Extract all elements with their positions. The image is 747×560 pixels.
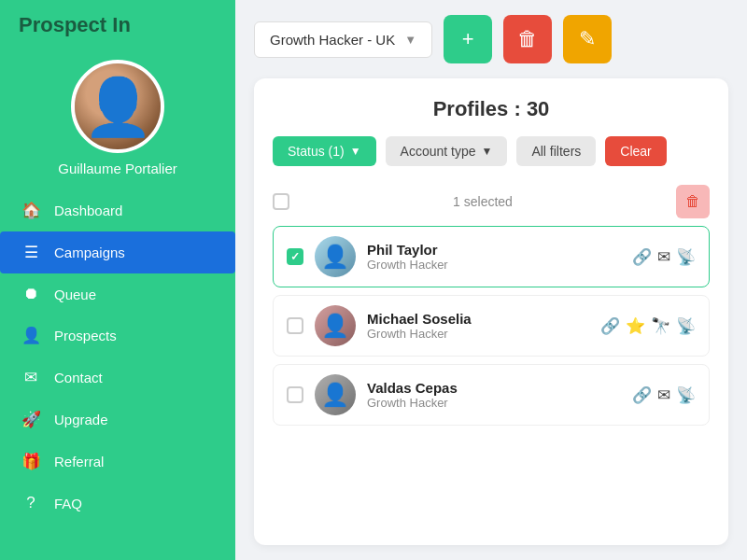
- sidebar-item-label: Queue: [54, 287, 96, 302]
- home-icon: 🏠: [21, 201, 41, 220]
- sidebar-item-label: FAQ: [54, 496, 82, 511]
- avatar: [71, 60, 164, 153]
- pencil-icon: ✎: [579, 27, 596, 51]
- delete-selected-button[interactable]: 🗑: [676, 185, 710, 218]
- link-icon[interactable]: 🔗: [600, 316, 620, 336]
- prospect-list: 👤 Phil Taylor Growth Hacker 🔗 ✉ 📡 👤 Mich…: [273, 226, 710, 526]
- sidebar-item-referral[interactable]: 🎁 Referral: [0, 441, 235, 483]
- rss-icon[interactable]: 📡: [676, 385, 696, 405]
- topbar: Growth Hacker - UK ▼ + 🗑 ✎: [254, 15, 728, 63]
- prospect-actions: 🔗 ⭐ 🔭 📡: [600, 316, 696, 336]
- all-filters-label: All filters: [531, 144, 581, 159]
- clear-button[interactable]: Clear: [605, 136, 666, 166]
- avatar: 👤: [315, 374, 356, 415]
- sidebar-item-label: Referral: [54, 454, 104, 469]
- prospect-role: Growth Hacker: [367, 258, 621, 272]
- prospect-actions: 🔗 ✉ 📡: [632, 385, 696, 405]
- upgrade-icon: 🚀: [21, 410, 41, 429]
- sidebar-logo: Prospect In: [0, 0, 235, 50]
- status-filter-button[interactable]: Status (1) ▼: [273, 136, 376, 166]
- chevron-down-icon: ▼: [404, 33, 416, 47]
- prospect-checkbox[interactable]: [287, 248, 303, 265]
- sidebar: Prospect In Guillaume Portalier 🏠 Dashbo…: [0, 0, 235, 560]
- faq-icon: ?: [21, 494, 41, 512]
- chevron-down-icon: ▼: [350, 145, 361, 158]
- avatar: 👤: [315, 236, 356, 277]
- campaign-select[interactable]: Growth Hacker - UK ▼: [254, 21, 432, 58]
- chevron-down-icon: ▼: [482, 145, 493, 158]
- sidebar-item-contact[interactable]: ✉ Contact: [0, 357, 235, 399]
- sidebar-item-campaigns[interactable]: ☰ Campaigns: [0, 231, 235, 273]
- content-card: Profiles : 30 Status (1) ▼ Account type …: [254, 78, 728, 545]
- logo-highlight: In: [112, 13, 131, 36]
- prospect-role: Growth Hacker: [367, 327, 589, 341]
- sidebar-item-dashboard[interactable]: 🏠 Dashboard: [0, 189, 235, 231]
- star-icon[interactable]: ⭐: [626, 316, 645, 336]
- sidebar-item-label: Prospects: [54, 328, 117, 343]
- referral-icon: 🎁: [21, 452, 41, 471]
- table-row: 👤 Michael Soselia Growth Hacker 🔗 ⭐ 🔭 📡: [273, 295, 710, 357]
- prospect-info: Michael Soselia Growth Hacker: [367, 311, 589, 341]
- edit-button[interactable]: ✎: [563, 15, 612, 63]
- logo-text: Prospect: [19, 13, 112, 36]
- email-icon[interactable]: ✉: [657, 385, 670, 405]
- prospect-name: Valdas Cepas: [367, 380, 621, 396]
- queue-icon: ⏺: [21, 285, 41, 303]
- binoculars-icon[interactable]: 🔭: [651, 316, 670, 336]
- add-button[interactable]: +: [444, 15, 492, 63]
- sidebar-item-label: Campaigns: [54, 245, 125, 260]
- trash-icon: 🗑: [685, 193, 700, 210]
- prospect-name: Michael Soselia: [367, 311, 589, 327]
- prospect-info: Phil Taylor Growth Hacker: [367, 242, 621, 272]
- sidebar-item-label: Dashboard: [54, 203, 122, 218]
- sidebar-username: Guillaume Portalier: [58, 161, 177, 176]
- prospect-name: Phil Taylor: [367, 242, 621, 258]
- prospect-role: Growth Hacker: [367, 396, 621, 410]
- selection-text: 1 selected: [289, 194, 676, 209]
- status-filter-label: Status (1): [288, 144, 345, 159]
- filter-row: Status (1) ▼ Account type ▼ All filters …: [273, 136, 710, 166]
- delete-button[interactable]: 🗑: [503, 15, 552, 63]
- table-row: 👤 Valdas Cepas Growth Hacker 🔗 ✉ 📡: [273, 364, 710, 426]
- account-type-label: Account type: [401, 144, 476, 159]
- sidebar-nav: 🏠 Dashboard ☰ Campaigns ⏺ Queue 👤 Prospe…: [0, 189, 235, 524]
- sidebar-item-label: Contact: [54, 370, 103, 385]
- prospect-checkbox[interactable]: [287, 317, 303, 334]
- select-all-checkbox[interactable]: [273, 193, 289, 210]
- add-icon: +: [462, 27, 474, 51]
- link-icon[interactable]: 🔗: [632, 247, 652, 267]
- sidebar-item-label: Upgrade: [54, 412, 108, 427]
- campaigns-icon: ☰: [21, 243, 41, 262]
- main-content: Growth Hacker - UK ▼ + 🗑 ✎ Profiles : 30…: [235, 0, 747, 560]
- account-type-filter-button[interactable]: Account type ▼: [386, 136, 508, 166]
- avatar: 👤: [315, 305, 356, 346]
- sidebar-item-prospects[interactable]: 👤 Prospects: [0, 315, 235, 357]
- trash-icon: 🗑: [517, 27, 538, 51]
- selection-row: 1 selected 🗑: [273, 181, 710, 226]
- clear-label: Clear: [620, 144, 651, 159]
- prospect-info: Valdas Cepas Growth Hacker: [367, 380, 621, 410]
- link-icon[interactable]: 🔗: [632, 385, 652, 405]
- all-filters-button[interactable]: All filters: [516, 136, 596, 166]
- profiles-title: Profiles : 30: [273, 97, 710, 121]
- sidebar-item-queue[interactable]: ⏺ Queue: [0, 273, 235, 315]
- prospect-actions: 🔗 ✉ 📡: [632, 247, 696, 267]
- rss-icon[interactable]: 📡: [676, 247, 696, 267]
- contact-icon: ✉: [21, 368, 41, 387]
- prospects-icon: 👤: [21, 326, 41, 345]
- prospect-checkbox[interactable]: [287, 386, 303, 403]
- sidebar-item-upgrade[interactable]: 🚀 Upgrade: [0, 399, 235, 441]
- table-row: 👤 Phil Taylor Growth Hacker 🔗 ✉ 📡: [273, 226, 710, 287]
- avatar-image: [75, 63, 161, 149]
- sidebar-item-faq[interactable]: ? FAQ: [0, 483, 235, 524]
- campaign-label: Growth Hacker - UK: [270, 32, 395, 48]
- email-icon[interactable]: ✉: [657, 247, 670, 267]
- rss-icon[interactable]: 📡: [676, 316, 696, 336]
